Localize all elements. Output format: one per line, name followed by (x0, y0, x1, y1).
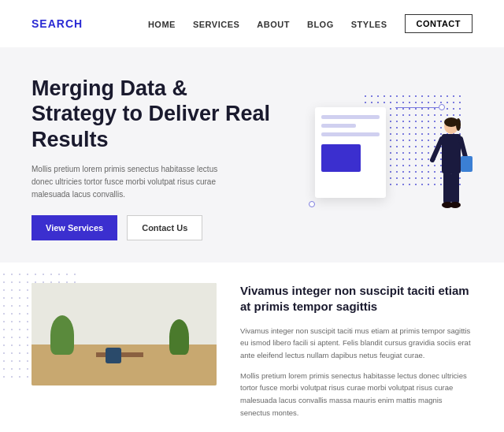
hero-buttons: View Services Contact Us (32, 215, 276, 240)
contact-us-button[interactable]: Contact Us (127, 215, 202, 240)
connector-dot-bottom (309, 201, 315, 207)
hero-illustration (299, 93, 472, 223)
doc-line-3 (321, 132, 380, 136)
office-image (32, 283, 217, 385)
nav-about[interactable]: ABOUT (257, 20, 290, 29)
nav-services[interactable]: SERVICES (193, 20, 239, 29)
nav-links: HOME SERVICES ABOUT BLOG STYLES CONTACT (148, 14, 472, 33)
doc-block (321, 144, 361, 172)
about-section: Vivamus integer non suscipit taciti etia… (0, 263, 504, 432)
hero-title: Merging Data & Strategy to Deliver Real … (32, 76, 276, 152)
svg-point-2 (456, 118, 461, 131)
svg-rect-3 (442, 134, 461, 173)
plant-left (50, 315, 74, 355)
person-figure (421, 117, 472, 223)
section2-text: Vivamus integer non suscipit taciti etia… (240, 283, 472, 426)
hero-description: Mollis pretium lorem primis senectus hab… (32, 163, 220, 201)
hero-section: Merging Data & Strategy to Deliver Real … (0, 47, 504, 263)
nav-home[interactable]: HOME (148, 20, 176, 29)
nav-blog[interactable]: BLOG (307, 20, 334, 29)
connector-line-top (395, 107, 439, 108)
doc-line-1 (321, 115, 380, 119)
svg-point-10 (450, 202, 461, 208)
svg-rect-7 (443, 172, 451, 203)
section2-desc2: Mollis pretium lorem primis senectus hab… (240, 370, 472, 419)
view-services-button[interactable]: View Services (32, 215, 117, 240)
document-card (315, 107, 386, 198)
hero-text: Merging Data & Strategy to Deliver Real … (32, 76, 276, 240)
section2-title: Vivamus integer non suscipit taciti etia… (240, 283, 472, 315)
svg-line-4 (432, 139, 442, 160)
section2-desc1: Vivamus integer non suscipit taciti mus … (240, 325, 472, 362)
nav-contact-button[interactable]: CONTACT (405, 14, 472, 33)
svg-rect-6 (461, 156, 472, 172)
doc-line-2 (321, 124, 356, 128)
nav-styles[interactable]: STYLES (351, 20, 387, 29)
navbar: SEARCH HOME SERVICES ABOUT BLOG STYLES C… (0, 0, 504, 47)
plant-right (169, 319, 189, 355)
chair (106, 348, 121, 363)
nav-logo: SEARCH (32, 17, 83, 30)
svg-rect-8 (451, 172, 459, 203)
